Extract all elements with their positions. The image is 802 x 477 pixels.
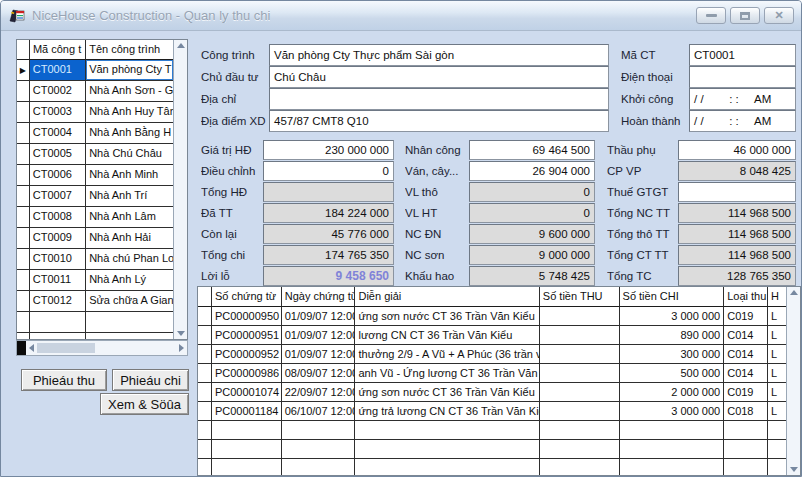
voucher-thu-cell[interactable]: [540, 383, 620, 402]
khoi-cong-field[interactable]: / / : : AM: [689, 88, 796, 110]
voucher-date-cell[interactable]: 01/09/07 12:00: [282, 345, 356, 364]
voucher-chi-cell[interactable]: 300 000: [620, 345, 725, 364]
voucher-thu-cell[interactable]: [540, 345, 620, 364]
voucher-type-cell[interactable]: C018: [724, 402, 768, 421]
voucher-id-cell[interactable]: PC00000986: [212, 364, 282, 383]
project-name-cell[interactable]: Nhà chú Phan Lo: [86, 249, 173, 270]
financial-field[interactable]: 184 224 000: [263, 203, 394, 223]
voucher-h-cell[interactable]: L: [768, 364, 786, 383]
project-name-cell[interactable]: Nhà Chú Châu: [86, 144, 173, 165]
project-code-cell[interactable]: CT0005: [30, 144, 86, 165]
voucher-date-cell[interactable]: 01/09/07 12:00: [282, 307, 356, 326]
voucher-thu-cell[interactable]: [540, 364, 620, 383]
close-button[interactable]: ✕: [764, 7, 794, 24]
voucher-type-cell[interactable]: C014: [724, 364, 768, 383]
project-code-cell[interactable]: CT0002: [30, 81, 86, 102]
project-row[interactable]: CT0009Nhà Anh Hải: [17, 228, 173, 249]
project-name-cell[interactable]: Nhà Anh Bằng H: [86, 123, 173, 144]
financial-field[interactable]: 46 000 000: [678, 140, 796, 160]
voucher-desc-cell[interactable]: lương CN CT 36 Trần Văn Kiểu: [355, 326, 539, 345]
financial-field[interactable]: 0: [469, 203, 595, 223]
chu-dau-tu-field[interactable]: Chú Châu: [269, 66, 609, 88]
ma-ct-field[interactable]: CT0001: [689, 44, 796, 66]
view-edit-button[interactable]: Xem & Söûa: [100, 393, 189, 415]
hoan-thanh-field[interactable]: / / : : AM: [689, 110, 796, 132]
voucher-desc-cell[interactable]: anh Vũ - Ứng lương CT 36 Trần Văn K: [355, 364, 539, 383]
scroll-right-icon[interactable]: [179, 344, 184, 352]
voucher-desc-cell[interactable]: ứng trả lương CN CT 36 Trần Văn Kiểu: [355, 402, 539, 421]
voucher-date-cell[interactable]: 06/10/07 12:00: [282, 402, 356, 421]
project-code-cell[interactable]: CT0009: [30, 228, 86, 249]
voucher-id-cell[interactable]: PC00000950: [212, 307, 282, 326]
project-name-cell[interactable]: Nhà Anh Lâm: [86, 207, 173, 228]
voucher-chi-cell[interactable]: 2 000 000: [620, 383, 725, 402]
scroll-down-icon[interactable]: [790, 467, 798, 472]
voucher-desc-header[interactable]: Diễn giải: [355, 287, 539, 307]
project-code-header[interactable]: Mã công t: [30, 40, 86, 60]
voucher-type-cell[interactable]: C014: [724, 345, 768, 364]
financial-field[interactable]: 114 968 500: [678, 224, 796, 244]
receipt-button[interactable]: Phieáu thu: [21, 369, 107, 391]
voucher-h-cell[interactable]: L: [768, 326, 786, 345]
voucher-id-cell[interactable]: PC00001184: [212, 402, 282, 421]
project-code-cell[interactable]: CT0004: [30, 123, 86, 144]
project-code-cell[interactable]: CT0001: [30, 60, 86, 81]
project-code-cell[interactable]: CT0011: [30, 270, 86, 291]
scroll-down-icon[interactable]: [177, 331, 185, 336]
financial-field[interactable]: 0: [263, 161, 394, 181]
voucher-thu-cell[interactable]: [540, 326, 620, 345]
minimize-button[interactable]: [696, 7, 726, 24]
voucher-h-cell[interactable]: L: [768, 345, 786, 364]
financial-field[interactable]: 230 000 000: [263, 140, 394, 160]
voucher-chi-cell[interactable]: 500 000: [620, 364, 725, 383]
voucher-chi-cell[interactable]: 890 000: [620, 326, 725, 345]
project-row[interactable]: CT0011Nhà Anh Lý: [17, 270, 173, 291]
voucher-h-cell[interactable]: L: [768, 383, 786, 402]
financial-field[interactable]: 0: [469, 182, 595, 202]
voucher-desc-cell[interactable]: ứng sơn nước CT 36 Trần Văn Kiểu: [355, 307, 539, 326]
project-name-cell[interactable]: Văn phòng Cty T: [86, 60, 173, 81]
project-code-cell[interactable]: CT0007: [30, 186, 86, 207]
project-code-cell[interactable]: CT0008: [30, 207, 86, 228]
voucher-thu-cell[interactable]: [540, 402, 620, 421]
voucher-row[interactable]: PC0000118406/10/07 12:00ứng trả lương CN…: [198, 402, 786, 421]
voucher-type-cell[interactable]: C019: [724, 307, 768, 326]
voucher-date-header[interactable]: Ngày chứng từ: [282, 287, 356, 307]
financial-field[interactable]: 114 968 500: [678, 245, 796, 265]
project-row[interactable]: CT0007Nhà Anh Trí: [17, 186, 173, 207]
voucher-id-cell[interactable]: PC00000952: [212, 345, 282, 364]
project-name-cell[interactable]: Nhà Anh Hải: [86, 228, 173, 249]
project-code-cell[interactable]: CT0012: [30, 291, 86, 312]
dia-chi-field[interactable]: [269, 88, 609, 110]
cong-trinh-field[interactable]: Văn phòng Cty Thực phẩm Sài gòn: [269, 44, 609, 66]
scroll-left-icon[interactable]: [29, 344, 34, 352]
project-name-cell[interactable]: Sửa chữa A Giang: [86, 291, 173, 312]
project-grid-hscrollbar[interactable]: [16, 340, 188, 356]
voucher-thu-cell[interactable]: [540, 307, 620, 326]
voucher-h-cell[interactable]: L: [768, 402, 786, 421]
financial-field[interactable]: [263, 182, 394, 202]
voucher-row[interactable]: PC0000095001/09/07 12:00ứng sơn nước CT …: [198, 307, 786, 326]
voucher-date-cell[interactable]: 08/09/07 12:00: [282, 364, 356, 383]
voucher-row[interactable]: PC0000098608/09/07 12:00anh Vũ - Ứng lươ…: [198, 364, 786, 383]
project-code-cell[interactable]: CT0006: [30, 165, 86, 186]
voucher-row[interactable]: PC0000095101/09/07 12:00lương CN CT 36 T…: [198, 326, 786, 345]
financial-field[interactable]: 128 765 350: [678, 266, 796, 286]
financial-field[interactable]: 9 000 000: [469, 245, 595, 265]
project-name-cell[interactable]: Nhà Anh Lý: [86, 270, 173, 291]
dia-diem-xd-field[interactable]: 457/87 CMT8 Q10: [269, 110, 609, 132]
scroll-up-icon[interactable]: [790, 290, 798, 295]
voucher-type-cell[interactable]: C014: [724, 326, 768, 345]
voucher-chi-header[interactable]: Số tiền CHI: [620, 287, 725, 307]
financial-field[interactable]: 45 776 000: [263, 224, 394, 244]
voucher-desc-cell[interactable]: ứng sơn nước CT 36 Trần Văn Kiểu: [355, 383, 539, 402]
project-code-cell[interactable]: CT0010: [30, 249, 86, 270]
financial-field[interactable]: 174 765 350: [263, 245, 394, 265]
project-row[interactable]: CT0003Nhà Anh Huy Tân: [17, 102, 173, 123]
project-row[interactable]: ▶CT0001Văn phòng Cty T: [17, 60, 173, 81]
voucher-chi-cell[interactable]: 3 000 000: [620, 307, 725, 326]
voucher-h-header[interactable]: H: [768, 287, 786, 307]
voucher-type-cell[interactable]: C019: [724, 383, 768, 402]
financial-field[interactable]: 9 600 000: [469, 224, 595, 244]
voucher-chi-cell[interactable]: 3 000 000: [620, 402, 725, 421]
